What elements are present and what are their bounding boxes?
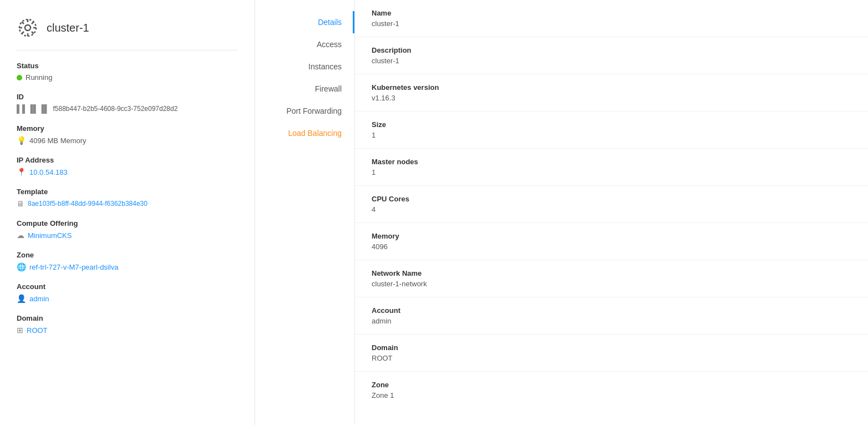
detail-field-label: Description [372, 46, 851, 54]
detail-field-value: admin [372, 317, 851, 325]
detail-panel: Namecluster-1Descriptioncluster-1Kuberne… [355, 0, 868, 425]
nav-details[interactable]: Details [255, 11, 354, 33]
status-section: Status Running [17, 62, 238, 82]
status-text: Running [26, 73, 52, 82]
detail-row: Namecluster-1 [355, 0, 868, 37]
cluster-title: cluster-1 [47, 22, 89, 34]
account-text: admin [29, 295, 49, 303]
detail-field-label: Memory [372, 232, 851, 240]
compute-text: MinimumCKS [28, 231, 72, 240]
domain-icon: ⊞ [17, 326, 23, 335]
detail-field-value: cluster-1 [372, 19, 851, 28]
account-label: Account [17, 282, 238, 291]
status-value: Running [17, 73, 238, 82]
detail-field-label: Network Name [372, 269, 851, 277]
sidebar-divider [17, 50, 238, 50]
detail-row: Kubernetes versionv1.16.3 [355, 74, 868, 112]
detail-field-value: 4096 [372, 242, 851, 251]
id-label: ID [17, 93, 238, 101]
domain-value[interactable]: ⊞ ROOT [17, 326, 238, 335]
compute-value[interactable]: ☁ MinimumCKS [17, 231, 238, 240]
detail-field-value: Zone 1 [372, 391, 851, 399]
nav-instances[interactable]: Instances [255, 55, 354, 78]
svg-line-8 [32, 22, 34, 24]
id-value: ▌▌▐▌▐▌ f588b447-b2b5-4608-9cc3-752e097d2… [17, 104, 238, 113]
barcode-icon: ▌▌▐▌▐▌ [17, 104, 50, 113]
domain-section: Domain ⊞ ROOT [17, 314, 238, 335]
detail-row: Memory4096 [355, 223, 868, 260]
detail-field-label: CPU Cores [372, 195, 851, 203]
domain-text: ROOT [27, 326, 48, 335]
template-section: Template 🖥 8ae103f5-b8ff-48dd-9944-f6362… [17, 188, 238, 208]
detail-field-value: v1.16.3 [372, 94, 851, 102]
svg-line-6 [22, 22, 24, 24]
template-label: Template [17, 188, 238, 196]
detail-field-label: Kubernetes version [372, 83, 851, 92]
detail-field-value: cluster-1 [372, 57, 851, 65]
status-label: Status [17, 62, 238, 70]
ip-value[interactable]: 📍 10.0.54.183 [17, 168, 238, 176]
status-dot [17, 75, 22, 80]
domain-label: Domain [17, 314, 238, 322]
ip-section: IP Address 📍 10.0.54.183 [17, 156, 238, 176]
zone-label: Zone [17, 251, 238, 259]
middle-nav: Details Access Instances Firewall Port F… [255, 0, 355, 425]
detail-field-value: 1 [372, 131, 851, 139]
nav-load-balancing[interactable]: Load Balancing [255, 122, 354, 144]
template-icon: 🖥 [17, 199, 24, 208]
detail-row: Network Namecluster-1-network [355, 260, 868, 297]
detail-field-label: Name [372, 9, 851, 17]
id-section: ID ▌▌▐▌▐▌ f588b447-b2b5-4608-9cc3-752e09… [17, 93, 238, 113]
detail-row: Size1 [355, 112, 868, 149]
compute-icon: ☁ [17, 231, 24, 240]
detail-row: DomainROOT [355, 335, 868, 372]
detail-row: CPU Cores4 [355, 186, 868, 223]
nav-firewall[interactable]: Firewall [255, 78, 354, 100]
svg-line-7 [32, 32, 34, 34]
zone-icon: 🌐 [17, 262, 26, 271]
account-icon: 👤 [17, 294, 26, 303]
detail-field-label: Master nodes [372, 158, 851, 166]
id-text: f588b447-b2b5-4608-9cc3-752e097d28d2 [53, 105, 178, 113]
nav-port-forwarding[interactable]: Port Forwarding [255, 100, 354, 122]
detail-row: Descriptioncluster-1 [355, 37, 868, 74]
helm-icon [17, 17, 39, 39]
detail-field-label: Domain [372, 343, 851, 352]
detail-field-label: Account [372, 306, 851, 315]
ip-label: IP Address [17, 156, 238, 164]
svg-point-0 [25, 25, 31, 31]
sidebar: cluster-1 Status Running ID ▌▌▐▌▐▌ f588b… [0, 0, 255, 425]
template-value[interactable]: 🖥 8ae103f5-b8ff-48dd-9944-f6362b384e30 [17, 199, 238, 208]
compute-section: Compute Offering ☁ MinimumCKS [17, 219, 238, 240]
detail-field-value: 4 [372, 205, 851, 214]
detail-field-label: Size [372, 120, 851, 129]
account-value[interactable]: 👤 admin [17, 294, 238, 303]
memory-value: 💡 4096 MB Memory [17, 136, 238, 145]
ip-icon: 📍 [17, 168, 26, 176]
ip-text: 10.0.54.183 [29, 168, 68, 176]
detail-field-value: cluster-1-network [372, 280, 851, 288]
memory-text: 4096 MB Memory [29, 136, 87, 145]
template-text: 8ae103f5-b8ff-48dd-9944-f6362b384e30 [28, 200, 148, 208]
zone-text: ref-trl-727-v-M7-pearl-dsilva [29, 263, 118, 271]
detail-row: ZoneZone 1 [355, 372, 868, 408]
memory-label: Memory [17, 124, 238, 133]
detail-field-label: Zone [372, 381, 851, 389]
account-section: Account 👤 admin [17, 282, 238, 303]
compute-label: Compute Offering [17, 219, 238, 227]
nav-access[interactable]: Access [255, 33, 354, 55]
detail-row: Accountadmin [355, 297, 868, 335]
svg-line-9 [22, 32, 24, 34]
memory-icon: 💡 [17, 136, 26, 145]
memory-section: Memory 💡 4096 MB Memory [17, 124, 238, 145]
detail-row: Master nodes1 [355, 149, 868, 186]
detail-field-value: 1 [372, 168, 851, 176]
sidebar-header: cluster-1 [17, 17, 238, 39]
zone-value[interactable]: 🌐 ref-trl-727-v-M7-pearl-dsilva [17, 262, 238, 271]
detail-field-value: ROOT [372, 354, 851, 362]
zone-section: Zone 🌐 ref-trl-727-v-M7-pearl-dsilva [17, 251, 238, 271]
